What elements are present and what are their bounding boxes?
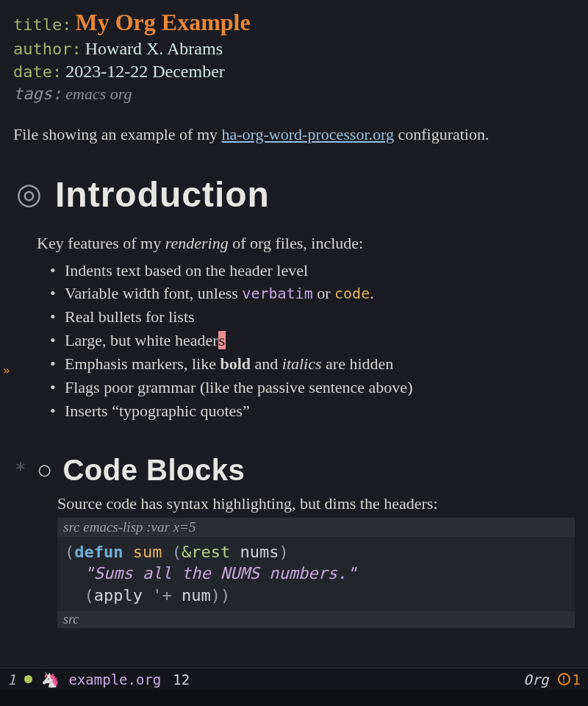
tags-value: emacs org	[65, 85, 132, 103]
heading-star-icon: *	[15, 459, 26, 481]
source-body[interactable]: (defun sum (&rest nums) "Sums all the NU…	[57, 537, 575, 611]
meta-author-row: author: Howard X. Abrams	[13, 39, 575, 59]
source-block: Source code has syntax highlighting, but…	[57, 494, 575, 628]
heading-bullet-icon: ○	[37, 454, 53, 485]
list-item: Flags poor grammar (like the passive sen…	[50, 376, 575, 399]
list-item: Large, but white headers	[50, 329, 575, 352]
flycheck-errors[interactable]: ! 1	[558, 671, 581, 688]
italics-sample: italics	[282, 354, 322, 373]
title-value: My Org Example	[75, 9, 250, 35]
title-keyword: title:	[13, 15, 71, 34]
list-item: Real bullets for lists	[50, 305, 575, 329]
text-cursor: s	[218, 331, 226, 349]
list-item: Inserts “typographic quotes”	[50, 399, 575, 423]
list-item: Variable width font, unless verbatim or …	[50, 282, 575, 305]
heading-2-text: Code Blocks	[62, 454, 245, 487]
source-footer: src	[57, 611, 575, 628]
intro-paragraph: File showing an example of my ha-org-wor…	[13, 124, 575, 145]
keyword-rest: &rest	[182, 543, 230, 561]
emphasis-rendering: rendering	[165, 234, 229, 252]
date-value: 2023-12-22 December	[65, 62, 225, 81]
verbatim-sample: verbatim	[242, 285, 312, 302]
author-value: Howard X. Abrams	[85, 39, 223, 58]
arg-nums: nums	[240, 543, 279, 561]
source-intro: Source code has syntax highlighting, but…	[57, 494, 575, 513]
minibuffer[interactable]	[0, 690, 588, 706]
code-sample: code	[334, 285, 370, 302]
meta-title-row: title: My Org Example	[13, 9, 575, 36]
heading-2[interactable]: * ○ Code Blocks	[13, 454, 575, 487]
intro-post: configuration.	[394, 125, 490, 143]
list-item: Emphasis markers, like bold and italics …	[50, 352, 575, 376]
date-keyword: date:	[13, 63, 62, 81]
features-list: Indents text based on the header level V…	[50, 259, 575, 423]
buffer-name[interactable]: example.org	[68, 671, 161, 688]
warning-icon: !	[558, 673, 570, 685]
heading-1[interactable]: ◎ Introduction	[13, 174, 575, 215]
features-lead: Key features of my rendering of org file…	[37, 234, 575, 253]
mode-line[interactable]: 1 🦄 example.org 12 Org ! 1	[0, 668, 588, 690]
source-header: src emacs-lisp :var x=5	[57, 518, 575, 537]
unicorn-icon: 🦄	[41, 671, 60, 688]
docstring: "Sums all the NUMS numbers."	[85, 564, 357, 582]
meta-tags-row: tags: emacs org	[13, 85, 575, 104]
error-count: 1	[573, 671, 581, 688]
major-mode[interactable]: Org	[523, 671, 548, 688]
section-intro-body: Key features of my rendering of org file…	[37, 234, 575, 423]
heading-bullet-icon: ◎	[16, 179, 42, 209]
func-name: sum	[133, 543, 162, 561]
list-item: Indents text based on the header level	[50, 259, 575, 282]
meta-date-row: date: 2023-12-22 December	[13, 62, 575, 82]
author-keyword: author:	[13, 40, 82, 58]
line-number: 12	[173, 671, 190, 688]
heading-1-text: Introduction	[55, 174, 270, 215]
bold-sample: bold	[220, 354, 251, 373]
modified-indicator-icon	[24, 675, 32, 683]
intro-pre: File showing an example of my	[13, 125, 222, 143]
keyword-defun: defun	[74, 543, 123, 561]
fringe-indicator-icon: »	[3, 363, 10, 377]
config-link[interactable]: ha-org-word-processor.org	[222, 125, 394, 143]
editor-buffer[interactable]: title: My Org Example author: Howard X. …	[0, 0, 588, 628]
tags-keyword: tags:	[13, 85, 62, 103]
window-number: 1	[7, 671, 15, 688]
